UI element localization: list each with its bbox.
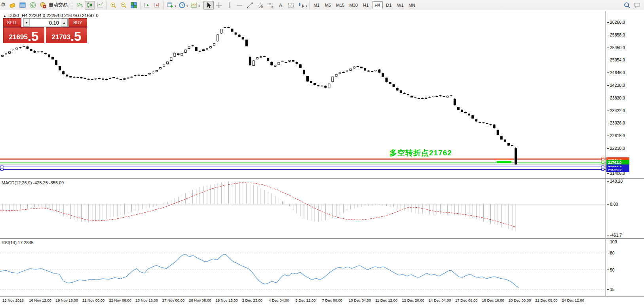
volume-input[interactable] <box>30 19 61 27</box>
time-axis-label: 15 Nov 2018 <box>2 298 24 302</box>
timeframe-m30[interactable]: M30 <box>347 1 359 9</box>
cursor-icon[interactable] <box>203 1 214 10</box>
fibo-lines-icon: F <box>267 2 274 9</box>
chat-icon[interactable] <box>632 1 642 10</box>
time-axis-label: 18 Dec 16:00 <box>482 298 504 302</box>
sell-price-block[interactable]: 21695.5 <box>3 27 44 43</box>
toolbar-right-group <box>622 1 644 10</box>
price-axis-tick: 23422.0 <box>607 108 625 113</box>
volume-control: ▼ ▲ <box>23 18 68 27</box>
scroll-to-end-icon <box>143 2 150 9</box>
text-label-icon[interactable]: T <box>286 1 296 10</box>
timeframe-m1[interactable]: M1 <box>311 1 322 9</box>
fibonacci-icon[interactable]: F <box>265 1 275 10</box>
tile-windows-icon[interactable] <box>129 1 139 10</box>
price-axis-tick: 23830.0 <box>607 96 625 100</box>
period-clock-icon[interactable] <box>177 1 187 10</box>
price-axis-tick: 25450.0 <box>607 45 625 50</box>
sell-button[interactable]: SELL <box>3 18 21 27</box>
candlestick-plot[interactable] <box>0 11 606 179</box>
buy-button[interactable]: BUY <box>68 18 87 27</box>
ohlc-bars-icon <box>76 2 83 9</box>
terminal-window-icon[interactable] <box>17 1 28 10</box>
period-caret[interactable]: ▾ <box>186 4 188 8</box>
time-axis-label: 23 Nov 16:00 <box>136 298 158 302</box>
line-chart-icon[interactable] <box>95 1 105 10</box>
time-axis-label: 19 Nov 16:00 <box>56 298 78 302</box>
window-plus-icon <box>167 2 174 9</box>
toolbar-grip <box>71 2 73 9</box>
timeframe-d1[interactable]: D1 <box>384 1 394 9</box>
template-caret[interactable]: ▾ <box>198 4 200 8</box>
horizontal-line-icon[interactable] <box>234 1 245 10</box>
time-axis-label: 12 Dec 20:00 <box>402 298 425 302</box>
speech-bubble-icon <box>634 2 641 9</box>
time-axis-label: 10 Dec 04:00 <box>349 298 371 302</box>
new-order-label[interactable]: 单 <box>1 2 7 8</box>
magnifier-icon <box>623 2 631 9</box>
autotrading-icon[interactable] <box>38 1 48 10</box>
svg-text:T: T <box>290 4 292 7</box>
macd-label: MACD(12,26,9) -425.25 -355.09 <box>2 180 64 185</box>
volume-increase-button[interactable]: ▲ <box>61 19 67 27</box>
rsi-plot[interactable] <box>0 239 606 296</box>
rsi-panel[interactable]: RSI(14) 17.2845 100805015 <box>0 239 644 296</box>
timeframe-h1[interactable]: H1 <box>361 1 371 9</box>
autotrading-cap-icon <box>40 2 47 9</box>
buy-price-pips: .5 <box>70 31 82 42</box>
signals-icon[interactable] <box>28 1 38 10</box>
hline-icon <box>236 2 243 9</box>
price-axis-tick: 22210.0 <box>607 146 625 151</box>
rsi-axis-tick: 100 <box>607 239 617 244</box>
rsi-axis-tick: 15 <box>607 287 615 292</box>
polyline-icon <box>97 2 104 9</box>
timeframe-m5[interactable]: M5 <box>323 1 333 9</box>
price-line-label: 21529.2 <box>606 167 629 172</box>
macd-plot[interactable] <box>0 179 606 238</box>
arrows-icon[interactable] <box>296 1 306 10</box>
buy-price: 21703 <box>52 34 70 40</box>
price-axis-tick: 23026.0 <box>607 120 625 125</box>
chart-title-text: DJ30-,H4 22204.0 22254.0 21679.0 21697.0 <box>8 13 99 18</box>
search-icon[interactable] <box>622 1 632 10</box>
crosshair-icon[interactable] <box>214 1 224 10</box>
chart-shift-icon[interactable] <box>152 1 162 10</box>
arrows-caret[interactable]: ▾ <box>306 4 307 8</box>
main-chart-panel[interactable]: ▲DJ30-,H4 22204.0 22254.0 21679.0 21697.… <box>0 11 644 178</box>
vertical-line-icon[interactable] <box>224 1 234 10</box>
template-icon[interactable] <box>189 1 199 10</box>
bar-chart-icon[interactable] <box>74 1 85 10</box>
letter-a-icon: A <box>277 2 284 9</box>
trendline-icon[interactable] <box>245 1 255 10</box>
candlestick-chart-icon[interactable] <box>85 1 95 10</box>
buy-price-block[interactable]: 21703.5 <box>46 27 87 43</box>
timeframe-h4[interactable]: H4 <box>372 1 383 9</box>
price-axis-tick: 24646.0 <box>607 70 625 75</box>
new-chart-icon[interactable] <box>165 1 175 10</box>
new-chart-caret[interactable]: ▾ <box>175 4 176 8</box>
time-axis-label: 11 Dec 12:00 <box>375 298 397 302</box>
timeframe-mn[interactable]: MN <box>407 1 417 9</box>
zoom-in-icon[interactable] <box>108 1 118 10</box>
zoom-out-icon[interactable] <box>118 1 129 10</box>
text-icon[interactable]: A <box>275 1 286 10</box>
pointer-icon <box>205 2 212 9</box>
macd-panel[interactable]: MACD(12,26,9) -425.25 -355.09 340.280.00… <box>0 179 644 238</box>
time-axis-label: 16 Nov 12:00 <box>29 298 51 302</box>
collapse-triangle-icon[interactable]: ▲ <box>3 14 6 18</box>
one-click-trading-panel: SELL ▼ ▲ BUY 21695.5 21703.5 <box>3 18 87 43</box>
auto-scroll-icon[interactable] <box>142 1 152 10</box>
candles-icon <box>86 2 93 9</box>
channel-icon: E <box>256 2 264 9</box>
magnifier-minus-icon <box>120 2 127 9</box>
timeframe-m15[interactable]: M15 <box>334 1 346 9</box>
time-axis[interactable]: 15 Nov 201816 Nov 12:0019 Nov 16:0021 No… <box>0 296 644 306</box>
toolbar-separator <box>163 1 164 9</box>
template-chart-icon <box>190 2 198 9</box>
new-order-icon[interactable] <box>7 1 17 10</box>
svg-text:E: E <box>261 6 263 9</box>
equidistant-channel-icon[interactable]: E <box>255 1 265 10</box>
autotrading-label[interactable]: 自动交易 <box>49 2 68 8</box>
volume-decrease-button[interactable]: ▼ <box>23 19 30 27</box>
timeframe-w1[interactable]: W1 <box>395 1 406 9</box>
